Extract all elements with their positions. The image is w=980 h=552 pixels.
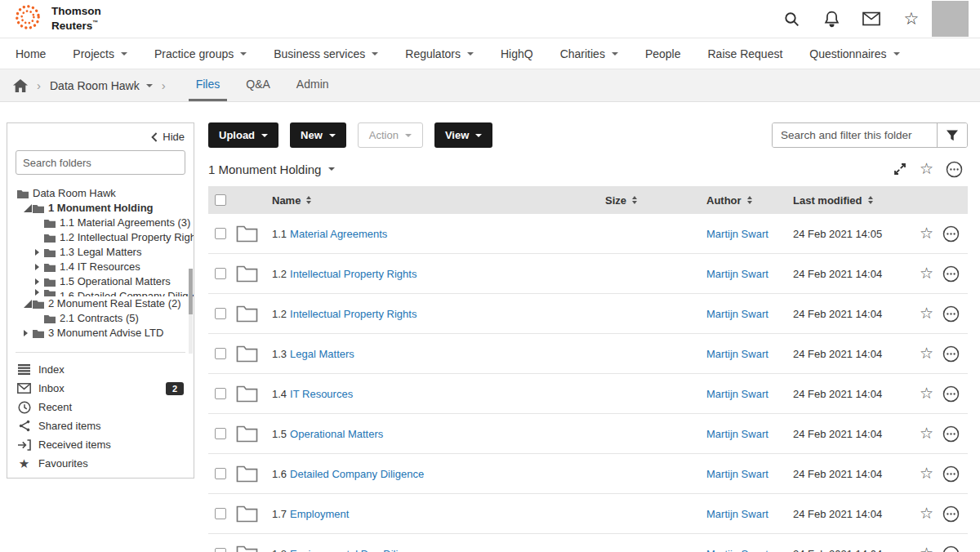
tree-item[interactable]: 2 Monument Real Estate (2) bbox=[7, 296, 194, 311]
sidebar-item-index[interactable]: Index bbox=[7, 360, 194, 379]
new-button[interactable]: New bbox=[290, 122, 346, 148]
home-icon[interactable] bbox=[13, 79, 28, 92]
row-checkbox[interactable] bbox=[215, 268, 226, 279]
thomson-reuters-logo[interactable]: Thomson Reuters™ bbox=[11, 1, 101, 37]
folder-title-dropdown[interactable]: 1 Monument Holding bbox=[208, 162, 335, 176]
row-menu-icon[interactable] bbox=[942, 545, 960, 552]
tab-qa[interactable]: Q&A bbox=[238, 69, 278, 101]
row-menu-icon[interactable] bbox=[942, 225, 960, 243]
nav-item[interactable]: Business services bbox=[274, 47, 378, 60]
tab-admin[interactable]: Admin bbox=[289, 69, 336, 101]
row-checkbox[interactable] bbox=[215, 548, 226, 552]
favourite-star-icon[interactable]: ☆ bbox=[920, 346, 933, 361]
filter-funnel-icon[interactable] bbox=[937, 123, 967, 147]
tree-item[interactable]: 1.2 Intellectual Property Rights bbox=[7, 230, 194, 245]
favourite-star-icon[interactable]: ☆ bbox=[920, 266, 933, 281]
tree-item[interactable]: 1.6 Detailed Company Diligence bbox=[7, 289, 194, 296]
row-checkbox[interactable] bbox=[215, 388, 226, 399]
upload-button[interactable]: Upload bbox=[208, 122, 278, 148]
tree-item[interactable]: Data Room Hawk bbox=[7, 186, 194, 201]
author-link[interactable]: Martijn Swart bbox=[706, 228, 768, 240]
search-folders-input[interactable] bbox=[16, 150, 185, 175]
row-checkbox[interactable] bbox=[215, 228, 226, 239]
row-checkbox[interactable] bbox=[215, 428, 226, 439]
row-menu-icon[interactable] bbox=[942, 345, 960, 363]
tree-item[interactable]: 2.1 Contracts (5) bbox=[7, 311, 194, 326]
tree-toggle-icon[interactable] bbox=[24, 300, 33, 308]
bell-icon[interactable] bbox=[822, 10, 840, 28]
mail-icon[interactable] bbox=[862, 10, 880, 28]
author-link[interactable]: Martijn Swart bbox=[706, 308, 768, 320]
tree-item[interactable]: 1.1 Material Agreements (3) bbox=[7, 216, 194, 230]
folder-link[interactable]: Material Agreements bbox=[290, 228, 387, 240]
row-checkbox[interactable] bbox=[215, 308, 226, 319]
row-menu-icon[interactable] bbox=[942, 385, 960, 403]
nav-item[interactable]: Home bbox=[16, 47, 46, 60]
row-menu-icon[interactable] bbox=[942, 265, 960, 283]
sidebar-item-shared-items[interactable]: Shared items bbox=[7, 416, 194, 435]
author-link[interactable]: Martijn Swart bbox=[706, 428, 768, 440]
tree-toggle-icon[interactable] bbox=[24, 204, 33, 212]
nav-item[interactable]: Charities bbox=[560, 47, 618, 60]
author-link[interactable]: Martijn Swart bbox=[706, 388, 768, 400]
favourite-star-icon[interactable]: ☆ bbox=[920, 466, 933, 481]
row-menu-icon[interactable] bbox=[942, 425, 960, 443]
sidebar-item-recent[interactable]: Recent bbox=[7, 398, 194, 416]
tab-files[interactable]: Files bbox=[189, 69, 228, 101]
select-all-checkbox[interactable] bbox=[215, 194, 226, 206]
sidebar-item-inbox[interactable]: Inbox 2 bbox=[7, 379, 194, 398]
folder-link[interactable]: Intellectual Property Rights bbox=[290, 308, 416, 320]
row-menu-icon[interactable] bbox=[942, 465, 960, 483]
tree-scrollbar-thumb[interactable] bbox=[189, 269, 193, 314]
row-checkbox[interactable] bbox=[215, 348, 226, 359]
folder-menu-icon[interactable] bbox=[946, 161, 963, 178]
nav-item[interactable]: Projects bbox=[73, 47, 127, 60]
tree-toggle-icon[interactable] bbox=[35, 278, 44, 285]
star-icon[interactable]: ☆ bbox=[902, 10, 920, 28]
nav-item[interactable]: Questionnaires bbox=[809, 47, 899, 60]
tree-toggle-icon[interactable] bbox=[35, 289, 44, 296]
folder-link[interactable]: Detailed Company Diligence bbox=[290, 468, 424, 480]
author-link[interactable]: Martijn Swart bbox=[706, 268, 768, 280]
row-checkbox[interactable] bbox=[215, 468, 226, 479]
folder-link[interactable]: Intellectual Property Rights bbox=[290, 268, 416, 280]
hide-sidebar-button[interactable]: Hide bbox=[7, 123, 194, 145]
favourite-star-icon[interactable]: ☆ bbox=[920, 306, 933, 321]
tree-toggle-icon[interactable] bbox=[24, 330, 33, 336]
favourite-star-icon[interactable]: ☆ bbox=[920, 226, 933, 241]
folder-link[interactable]: Environmental Due Diligence bbox=[290, 548, 427, 552]
tree-toggle-icon[interactable] bbox=[35, 264, 44, 270]
nav-item[interactable]: Regulators bbox=[405, 47, 474, 60]
favourite-star-icon[interactable]: ☆ bbox=[920, 386, 933, 401]
row-menu-icon[interactable] bbox=[942, 305, 960, 323]
tree-item[interactable]: 1.3 Legal Matters bbox=[7, 245, 194, 260]
view-button[interactable]: View bbox=[434, 122, 492, 148]
search-icon[interactable] bbox=[782, 10, 800, 28]
row-menu-icon[interactable] bbox=[942, 505, 960, 523]
tree-toggle-icon[interactable] bbox=[35, 249, 44, 256]
nav-item[interactable]: HighQ bbox=[501, 47, 533, 60]
folder-link[interactable]: IT Resources bbox=[290, 388, 353, 400]
expand-icon[interactable] bbox=[893, 162, 907, 176]
tree-item[interactable]: 1.5 Operational Matters bbox=[7, 274, 194, 289]
favourite-folder-star-icon[interactable]: ☆ bbox=[920, 162, 933, 176]
nav-item[interactable]: People bbox=[645, 47, 681, 60]
row-checkbox[interactable] bbox=[215, 508, 226, 519]
folder-link[interactable]: Operational Matters bbox=[290, 428, 383, 440]
tree-item[interactable]: 3 Monument Advise LTD bbox=[7, 326, 194, 341]
column-header-last-modified[interactable]: Last modified bbox=[782, 194, 904, 207]
sidebar-item-favourites[interactable]: ★ Favourites bbox=[7, 454, 194, 473]
favourite-star-icon[interactable]: ☆ bbox=[920, 426, 933, 441]
nav-item[interactable]: Practice groups bbox=[154, 47, 247, 60]
sidebar-item-received-items[interactable]: Received items bbox=[7, 435, 194, 454]
author-link[interactable]: Martijn Swart bbox=[706, 548, 768, 552]
author-link[interactable]: Martijn Swart bbox=[706, 348, 768, 360]
column-header-name[interactable]: Name bbox=[272, 194, 592, 207]
avatar[interactable] bbox=[932, 1, 969, 37]
author-link[interactable]: Martijn Swart bbox=[706, 468, 768, 480]
column-header-author[interactable]: Author bbox=[690, 194, 782, 207]
column-header-size[interactable]: Size bbox=[592, 194, 690, 207]
nav-item[interactable]: Raise Request bbox=[708, 47, 783, 60]
breadcrumb-site[interactable]: Data Room Hawk bbox=[50, 79, 153, 92]
favourite-star-icon[interactable]: ☆ bbox=[920, 546, 933, 552]
